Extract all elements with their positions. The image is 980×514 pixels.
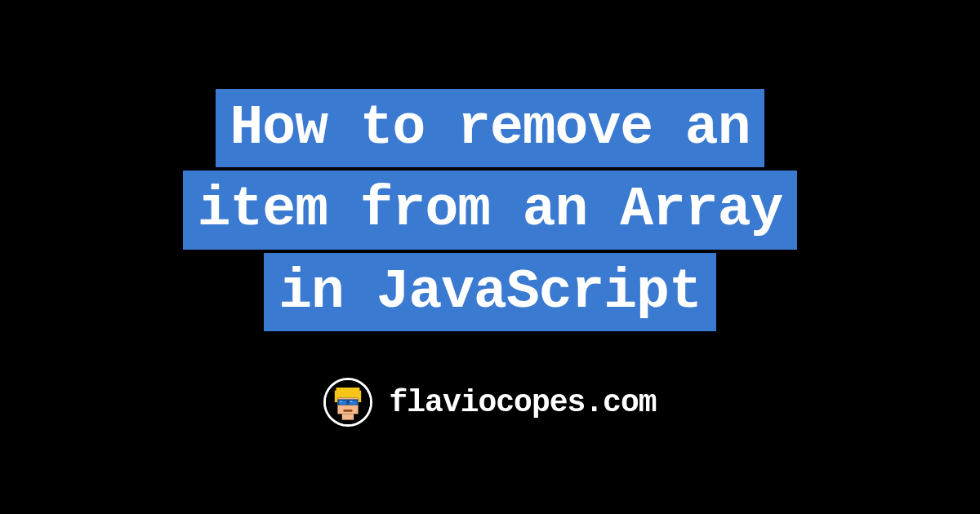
svg-rect-9 (350, 401, 353, 402)
svg-rect-8 (341, 401, 343, 402)
svg-rect-10 (344, 410, 353, 412)
title-line-3: in JavaScript (264, 253, 716, 331)
svg-rect-3 (359, 391, 362, 402)
article-title: How to remove an item from an Array in J… (183, 87, 798, 333)
title-line-2: item from an Array (183, 171, 798, 249)
site-name: flaviocopes.com (389, 385, 656, 420)
svg-rect-2 (335, 391, 338, 402)
svg-rect-1 (336, 388, 360, 398)
title-line-1: How to remove an (216, 89, 765, 167)
footer: flaviocopes.com (323, 378, 656, 427)
svg-rect-11 (342, 414, 354, 419)
avatar-icon (323, 378, 372, 427)
